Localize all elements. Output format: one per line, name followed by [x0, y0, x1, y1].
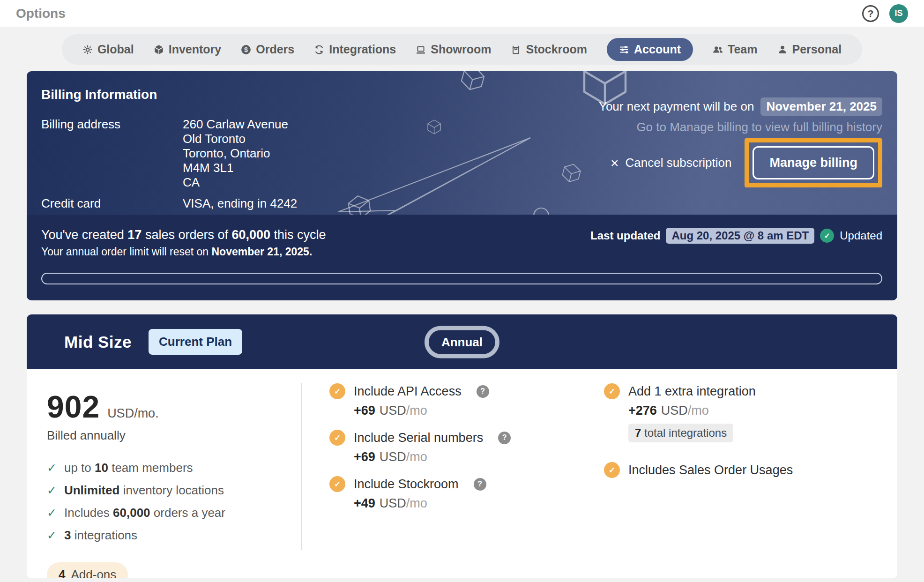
addon-check-icon: ✓ [604, 383, 620, 399]
billing-address-value: 260 Carlaw Avenue Old Toronto Toronto, O… [183, 117, 288, 190]
plan-header: Mid Size Current Plan Annual [27, 314, 897, 369]
addon-check-icon: ✓ [604, 462, 620, 478]
list-item: ✓ 3 integrations [47, 528, 301, 543]
help-icon[interactable]: ? [498, 432, 511, 444]
svg-text:$: $ [244, 45, 248, 53]
list-item: ✓ Unlimited inventory locations [47, 483, 301, 498]
updated-status-label: Updated [840, 229, 882, 242]
addon-label: Include Stockroom [354, 477, 459, 492]
tab-inventory[interactable]: Inventory [154, 43, 222, 56]
people-icon [713, 45, 723, 55]
top-bar: Options ? IS [0, 0, 924, 27]
tab-personal[interactable]: Personal [777, 43, 842, 56]
tab-label: Global [97, 43, 134, 56]
order-usage-progress-bar [41, 273, 882, 284]
tab-label: Personal [792, 43, 842, 56]
avatar[interactable]: IS [889, 4, 908, 23]
order-usage-section: You've created 17 sales orders of 60,000… [27, 215, 897, 300]
plan-card: Mid Size Current Plan Annual 902 USD/mo.… [27, 314, 897, 578]
settings-tabbar: Global Inventory $ Orders Integrations S… [0, 34, 924, 65]
billing-cycle-toggle[interactable]: Annual [425, 326, 499, 358]
tab-integrations[interactable]: Integrations [314, 43, 396, 56]
list-item: ✓ Includes 60,000 orders a year [47, 506, 301, 520]
total-integrations-badge: 7 total integrations [628, 424, 733, 442]
plan-name: Mid Size [64, 333, 132, 351]
reset-date: November 21, 2025. [212, 246, 313, 258]
next-payment-date-badge: November 21, 2025 [760, 97, 882, 116]
plan-price: 902 [47, 389, 100, 425]
cube-icon [154, 45, 164, 55]
tab-account[interactable]: Account [607, 38, 693, 61]
person-icon [777, 45, 788, 55]
dollar-circle-icon: $ [241, 45, 251, 55]
addons-count-badge: 4 Add-ons [47, 562, 128, 578]
reset-prefix: Your annual order limit will reset on [41, 246, 209, 258]
current-plan-badge: Current Plan [149, 329, 242, 355]
help-icon[interactable]: ? [477, 385, 489, 398]
check-icon: ✓ [47, 506, 57, 520]
manage-billing-button[interactable]: Manage billing [753, 146, 874, 179]
addon-label: Include Serial numbers [354, 431, 483, 445]
tab-label: Inventory [169, 43, 222, 56]
list-item: ✓ Include API Access ? +69USD/mo [329, 383, 579, 418]
extra-price: +276USD/mo [628, 403, 897, 418]
addon-label: Include API Access [354, 384, 462, 399]
close-icon: × [611, 156, 619, 170]
last-updated-label: Last updated [590, 229, 660, 242]
payment-info-block: Your next payment will be on November 21… [599, 97, 882, 187]
help-icon[interactable]: ? [474, 478, 486, 491]
last-updated-block: Last updated Aug 20, 2025 @ 8 am EDT ✓ U… [590, 228, 882, 244]
usage-suffix: this cycle [274, 228, 326, 242]
tab-label: Stockroom [526, 43, 587, 56]
tab-label: Account [634, 43, 681, 56]
billing-address-label: Billing address [41, 117, 183, 190]
addon-check-icon: ✓ [329, 383, 345, 399]
address-line: 260 Carlaw Avenue [183, 117, 288, 132]
tab-orders[interactable]: $ Orders [241, 43, 294, 56]
usage-mid: sales orders of [145, 228, 228, 242]
manage-billing-hint: Go to Manage billing to view full billin… [636, 120, 882, 134]
plan-extras-column: ✓ Add 1 extra integration +276USD/mo 7 t… [579, 383, 897, 578]
tab-label: Team [728, 43, 757, 56]
tabs-container: Global Inventory $ Orders Integrations S… [62, 34, 862, 65]
address-line: CA [183, 175, 288, 190]
updated-check-icon: ✓ [820, 229, 834, 243]
address-line: M4M 3L1 [183, 161, 288, 175]
addon-price: +69USD/mo [354, 403, 579, 418]
extra-label: Add 1 extra integration [628, 384, 756, 399]
tab-global[interactable]: Global [82, 43, 134, 56]
plan-feature-list: ✓ up to 10 team members ✓ Unlimited inve… [47, 461, 301, 543]
usage-prefix: You've created [41, 228, 124, 242]
tab-label: Showroom [431, 43, 491, 56]
tab-stockroom[interactable]: Stockroom [511, 43, 587, 56]
tab-team[interactable]: Team [713, 43, 757, 56]
billing-top-section: Billing Information Billing address 260 … [27, 71, 897, 215]
tab-showroom[interactable]: Showroom [416, 43, 491, 56]
manage-billing-highlight-ring: Manage billing [745, 138, 882, 187]
plan-price-unit: USD/mo. [107, 406, 159, 421]
list-item: ✓ up to 10 team members [47, 461, 301, 475]
tab-label: Orders [256, 43, 294, 56]
tab-label: Integrations [329, 43, 396, 56]
last-updated-badge: Aug 20, 2025 @ 8 am EDT [666, 228, 814, 244]
gear-icon [82, 45, 93, 55]
plan-body: 902 USD/mo. Billed annually ✓ up to 10 t… [27, 369, 897, 578]
list-item: ✓ Includes Sales Order Usages [604, 462, 897, 478]
list-item: ✓ Include Serial numbers ? +69USD/mo [329, 430, 579, 464]
list-item: ✓ Include Stockroom ? +49USD/mo [329, 476, 579, 511]
help-icon[interactable]: ? [862, 5, 879, 22]
billing-actions: × Cancel subscription Manage billing [611, 138, 882, 187]
address-line: Old Toronto [183, 132, 288, 146]
credit-card-row: Credit card VISA, ending in 4242 [41, 196, 882, 211]
billing-information-card: Billing Information Billing address 260 … [27, 71, 897, 300]
check-icon: ✓ [47, 461, 57, 475]
billed-note: Billed annually [47, 428, 301, 443]
credit-card-value: VISA, ending in 4242 [183, 196, 297, 211]
cancel-subscription-button[interactable]: × Cancel subscription [611, 156, 731, 170]
usage-limit: 60,000 [231, 228, 270, 242]
price-row: 902 USD/mo. [47, 389, 301, 425]
rack-icon [511, 45, 521, 55]
credit-card-label: Credit card [41, 196, 183, 211]
address-line: Toronto, Ontario [183, 146, 288, 161]
plan-addons-column: ✓ Include API Access ? +69USD/mo ✓ Inclu… [302, 383, 579, 578]
